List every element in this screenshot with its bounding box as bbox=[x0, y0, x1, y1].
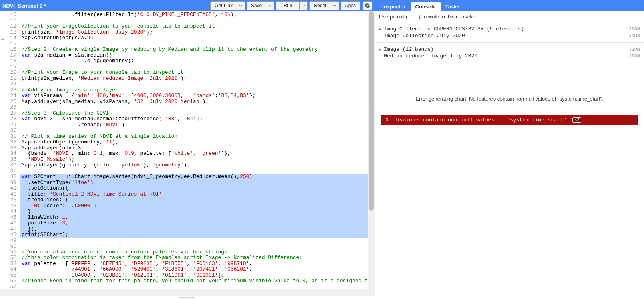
code-line[interactable] bbox=[20, 244, 368, 249]
code-line[interactable]: '004C00', '023B01', '012E01', '011D01', … bbox=[20, 273, 368, 279]
code-line[interactable]: Map.centerObject(s2a,9) bbox=[20, 35, 368, 41]
fold-arrow-icon[interactable] bbox=[14, 198, 17, 202]
code-line[interactable]: .filter(ee.Filter.lt('CLOUDY_PIXEL_PERCE… bbox=[20, 12, 368, 18]
code-line[interactable]: print(S2Chart); bbox=[20, 232, 368, 238]
code-line[interactable]: }); bbox=[20, 226, 368, 232]
console-text-row: Image Collection July 2020 JSON bbox=[379, 32, 640, 39]
json-button[interactable]: JSON bbox=[629, 34, 640, 38]
apps-button[interactable]: Apps bbox=[341, 1, 360, 10]
code-line[interactable]: var palette = ['FFFFFF', 'CE7E45', 'DF92… bbox=[20, 261, 368, 267]
code-line[interactable]: .clip(geometry); bbox=[20, 58, 368, 64]
run-dropdown[interactable] bbox=[300, 1, 308, 10]
editor-header: NDVI_Sentinel-2 * Get Link Save Run Rese… bbox=[0, 0, 375, 11]
code-line[interactable] bbox=[20, 238, 368, 244]
console-text-row: Median reduced Image July 2020 JSON bbox=[379, 53, 640, 59]
code-line[interactable] bbox=[20, 168, 368, 174]
code-line[interactable]: //Step 2: Create a single Image by reduc… bbox=[20, 47, 368, 53]
code-line[interactable]: 0: {color: 'CC0000'} bbox=[20, 203, 368, 209]
code-editor[interactable]: 1011121314i15161718192021222324252627282… bbox=[0, 11, 375, 289]
code-line[interactable]: // Plot a time series of NDVI at a singl… bbox=[20, 134, 368, 140]
code-line[interactable]: //Step 3: Calculate the NDVI bbox=[20, 111, 368, 117]
tab-console[interactable]: Console bbox=[411, 2, 441, 11]
gear-icon bbox=[365, 3, 370, 8]
code-line[interactable]: print(s2a_median, 'Median reduced Image … bbox=[20, 76, 368, 82]
tab-tasks[interactable]: Tasks bbox=[441, 2, 465, 11]
script-title: NDVI_Sentinel-2 * bbox=[2, 3, 46, 9]
fold-arrow-icon[interactable] bbox=[14, 187, 17, 190]
code-line[interactable]: Map.addLayer(geometry, {color: 'yellow'}… bbox=[20, 162, 368, 168]
code-line[interactable]: }, bbox=[20, 209, 368, 215]
code-line[interactable] bbox=[20, 64, 368, 70]
code-line[interactable]: var s2a_median = s2a.median() bbox=[20, 53, 368, 59]
get-link-dropdown[interactable] bbox=[237, 1, 245, 10]
code-line[interactable]: trendlines: { bbox=[20, 197, 368, 203]
code-line[interactable] bbox=[20, 81, 368, 87]
code-area[interactable]: .filter(ee.Filter.lt('CLOUDY_PIXEL_PERCE… bbox=[20, 11, 368, 289]
code-line[interactable]: var S2Chart = ui.Chart.image.series(ndvi… bbox=[20, 174, 368, 180]
code-line[interactable]: //this color combination is taken from t… bbox=[20, 255, 368, 261]
code-line[interactable] bbox=[20, 105, 368, 111]
console-hint: Use print(...) to write to this console. bbox=[379, 14, 640, 20]
code-line[interactable]: .setChartType('line') bbox=[20, 180, 368, 186]
json-button[interactable]: JSON bbox=[629, 27, 640, 31]
save-button[interactable]: Save bbox=[247, 1, 266, 10]
fold-arrow-icon[interactable] bbox=[14, 262, 17, 265]
code-line[interactable]: //Add your Image as a map layer bbox=[20, 87, 368, 93]
panel-resize-handle[interactable] bbox=[0, 296, 375, 299]
editor-panel: NDVI_Sentinel-2 * Get Link Save Run Rese… bbox=[0, 0, 375, 299]
scrollbar-thumb[interactable] bbox=[369, 11, 374, 211]
horizontal-scrollbar[interactable] bbox=[0, 289, 375, 296]
code-line[interactable]: 'NDVI Mosaic'); bbox=[20, 157, 368, 163]
expand-arrow-icon[interactable]: ▶ bbox=[379, 27, 384, 32]
code-line[interactable] bbox=[20, 41, 368, 47]
vertical-scrollbar[interactable] bbox=[368, 11, 375, 289]
code-line[interactable]: var ndvi_3 = s2a_median.normalizedDiffer… bbox=[20, 116, 368, 122]
code-line[interactable]: //Please keep in mind that for this pale… bbox=[20, 278, 368, 284]
reset-dropdown[interactable] bbox=[331, 1, 339, 10]
code-line[interactable]: pointSize: 3, bbox=[20, 220, 368, 226]
reset-button[interactable]: Reset bbox=[309, 1, 331, 10]
get-link-button[interactable]: Get Link bbox=[210, 1, 237, 10]
code-line[interactable]: .rename('NDVI'); bbox=[20, 122, 368, 128]
gutter: 1011121314i15161718192021222324252627282… bbox=[0, 11, 20, 289]
code-line[interactable] bbox=[20, 284, 368, 290]
json-button[interactable]: JSON bbox=[629, 47, 640, 51]
console-body: Use print(...) to write to this console.… bbox=[375, 11, 644, 299]
expand-arrow-icon[interactable]: ▶ bbox=[379, 47, 384, 52]
code-line[interactable] bbox=[20, 18, 368, 24]
settings-button[interactable] bbox=[363, 1, 372, 10]
code-line[interactable]: '74A901', '66A000', '529400', '3E8601', … bbox=[20, 267, 368, 273]
error-banner: No features contain non-null values of "… bbox=[381, 115, 638, 125]
error-count-badge: ×2 bbox=[572, 117, 581, 123]
code-line[interactable]: print(s2a, 'Image Collection July 2020')… bbox=[20, 30, 368, 36]
code-line[interactable] bbox=[20, 128, 368, 134]
console-panel: Inspector Console Tasks Use print(...) t… bbox=[375, 0, 644, 299]
code-line[interactable]: //You can also create more complex colou… bbox=[20, 249, 368, 255]
error-text: No features contain non-null values of "… bbox=[385, 117, 569, 123]
panel-tabs: Inspector Console Tasks bbox=[375, 0, 644, 11]
code-line[interactable]: .setOptions({ bbox=[20, 186, 368, 192]
code-line[interactable]: Map.addLayer(s2a_median, visParams, 'S2 … bbox=[20, 99, 368, 105]
code-line[interactable]: var visParams = {'min': 400,'max': [4000… bbox=[20, 93, 368, 99]
console-object-row[interactable]: ▶ Image (12 bands) JSON bbox=[379, 46, 640, 53]
code-line[interactable]: //Print your Image to your console tab t… bbox=[20, 70, 368, 76]
tab-inspector[interactable]: Inspector bbox=[377, 2, 411, 11]
code-line[interactable]: Map.centerObject(geometry, 11); bbox=[20, 139, 368, 145]
code-line[interactable]: lineWidth: 1, bbox=[20, 215, 368, 221]
code-line[interactable]: //Print your ImageCollection to your con… bbox=[20, 24, 368, 30]
code-line[interactable]: title: 'Sentinel-2 NDVI Time Series at R… bbox=[20, 192, 368, 198]
code-line[interactable]: {bands: 'NDVI', min: 0.1, max: 0.9, pale… bbox=[20, 151, 368, 157]
run-button[interactable]: Run bbox=[276, 1, 300, 10]
console-object-row[interactable]: ▶ ImageCollection COPERNICUS/S2_SR (6 el… bbox=[379, 26, 640, 32]
save-dropdown[interactable] bbox=[266, 1, 274, 10]
code-line[interactable]: Map.addLayer(ndvi_3, bbox=[20, 145, 368, 151]
json-button[interactable]: JSON bbox=[629, 54, 640, 58]
chart-error-message: Error generating chart: No features cont… bbox=[395, 95, 624, 103]
